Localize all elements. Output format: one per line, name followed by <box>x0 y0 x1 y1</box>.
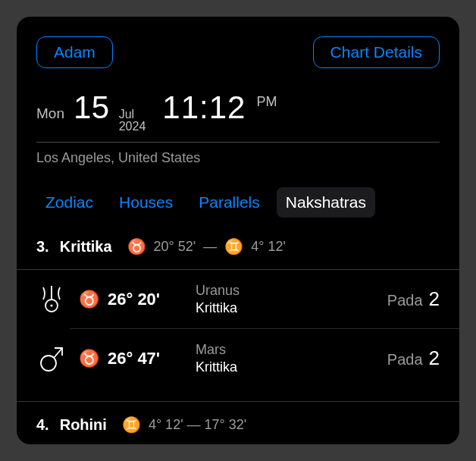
chart-details-button[interactable]: Chart Details <box>313 36 440 68</box>
range-dash: — <box>203 239 217 255</box>
planet-nakshatra: Krittika <box>196 359 375 376</box>
nakshatra-number: 4. <box>36 416 49 434</box>
nakshatra-name: Krittika <box>60 238 112 256</box>
nakshatra-number: 3. <box>36 238 49 256</box>
end-degree: 4° 12' <box>251 239 286 255</box>
start-degree: 20° 52' <box>154 239 196 255</box>
pada-label: Pada <box>387 292 423 309</box>
datetime-block: Mon 15 Jul 2024 11:12 PM <box>17 89 459 133</box>
tab-parallels[interactable]: Parallels <box>189 187 269 218</box>
pada-block: Pada 2 <box>387 347 440 370</box>
taurus-icon: ♉ <box>127 237 146 256</box>
tab-houses[interactable]: Houses <box>110 187 182 218</box>
nakshatra-header-krittika: 3. Krittika ♉ 20° 52' — ♊ 4° 12' <box>17 237 459 256</box>
header-row: Adam Chart Details <box>17 36 459 68</box>
planet-position: 26° 47' <box>108 349 183 368</box>
gemini-icon: ♊ <box>122 416 141 434</box>
planet-name: Uranus <box>196 282 375 299</box>
nakshatra-header-rohini: 4. Rohini ♊ 4° 12' — 17° 32' <box>17 416 459 434</box>
divider <box>36 142 440 143</box>
planet-name-column: Mars Krittika <box>196 341 375 375</box>
planet-nakshatra: Krittika <box>196 299 375 317</box>
ampm: PM <box>256 94 277 110</box>
taurus-icon: ♉ <box>79 290 96 309</box>
tab-nakshatras[interactable]: Nakshatras <box>277 187 375 218</box>
planet-name: Mars <box>196 341 375 359</box>
uranus-icon <box>36 284 67 315</box>
planet-row-uranus[interactable]: ♉ 26° 20' Uranus Krittika Pada 2 <box>17 270 459 328</box>
month: Jul <box>119 108 146 121</box>
name-button[interactable]: Adam <box>36 36 113 68</box>
planet-name-column: Uranus Krittika <box>196 282 375 316</box>
taurus-icon: ♉ <box>79 349 96 368</box>
planet-position: 26° 20' <box>108 290 183 309</box>
svg-point-2 <box>50 304 52 306</box>
tab-zodiac[interactable]: Zodiac <box>36 187 102 218</box>
planet-row-mars[interactable]: ♉ 26° 47' Mars Krittika Pada 2 <box>17 329 459 387</box>
nakshatra-range: ♊ 4° 12' — 17° 32' <box>122 416 246 434</box>
month-year: Jul 2024 <box>119 108 146 133</box>
pada-number: 2 <box>429 347 440 370</box>
nakshatra-range: ♉ 20° 52' — ♊ 4° 12' <box>127 237 286 256</box>
nakshatra-name: Rohini <box>60 416 107 434</box>
year: 2024 <box>119 121 146 133</box>
divider <box>17 401 459 402</box>
pada-block: Pada 2 <box>387 287 440 311</box>
pada-number: 2 <box>429 287 440 311</box>
location-text: Los Angeles, United States <box>17 150 459 166</box>
pada-label: Pada <box>387 351 423 368</box>
gemini-icon: ♊ <box>224 237 243 256</box>
tab-bar: Zodiac Houses Parallels Nakshatras <box>17 187 459 218</box>
range-degrees: 4° 12' — 17° 32' <box>149 417 246 433</box>
mars-icon <box>36 343 67 374</box>
day-number: 15 <box>74 89 110 126</box>
time: 11:12 <box>162 89 246 126</box>
chart-card: Adam Chart Details Mon 15 Jul 2024 11:12… <box>17 17 459 444</box>
svg-line-4 <box>54 348 62 358</box>
weekday: Mon <box>36 105 64 122</box>
